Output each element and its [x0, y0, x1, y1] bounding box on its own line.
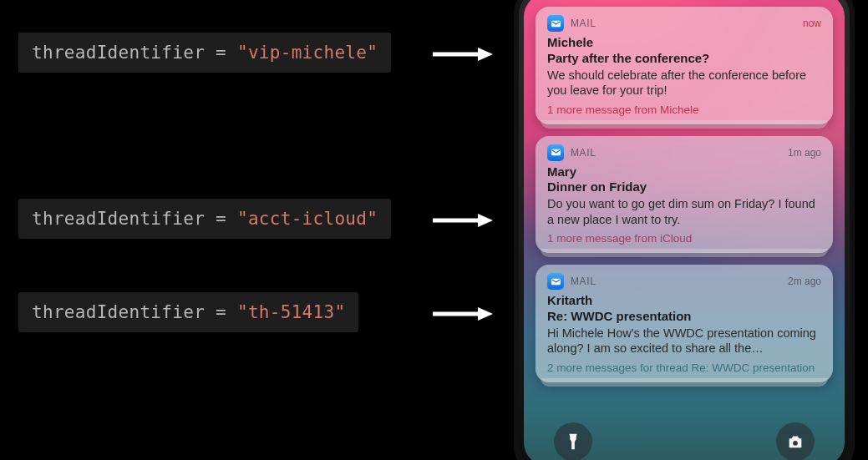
notification-more: 1 more message from iCloud	[547, 232, 821, 245]
app-name-label: MAIL	[571, 18, 596, 29]
app-name-label: MAIL	[571, 275, 596, 287]
app-name-label: MAIL	[571, 147, 596, 159]
notification-body: We should celebrate after the conference…	[547, 68, 821, 99]
notification-time: 2m ago	[788, 275, 821, 287]
code-value: "acct-icloud"	[237, 209, 378, 229]
svg-marker-5	[478, 307, 493, 321]
notification-body: Hi Michele How's the WWDC presentation c…	[547, 326, 821, 356]
arrow-icon	[431, 213, 493, 228]
mail-app-icon	[547, 273, 564, 290]
notification-more: 1 more message from Michele	[547, 104, 821, 116]
code-key: threadIdentifier	[32, 43, 205, 63]
code-key: threadIdentifier	[32, 302, 205, 322]
flashlight-button[interactable]	[554, 422, 592, 460]
notification-card[interactable]: MAIL 2m ago Kritarth Re: WWDC presentati…	[536, 265, 833, 382]
mail-app-icon	[547, 15, 564, 32]
code-row-3: threadIdentifier = "th-51413"	[18, 292, 418, 332]
code-row-2: threadIdentifier = "acct-icloud"	[18, 199, 418, 239]
presentation-slide: threadIdentifier = "vip-michele" threadI…	[0, 0, 868, 460]
notification-card[interactable]: MAIL 1m ago Mary Dinner on Friday Do you…	[536, 136, 833, 254]
notification-time: 1m ago	[788, 147, 821, 159]
notification-card[interactable]: MAIL now Michele Party after the confere…	[536, 7, 833, 124]
svg-point-9	[793, 441, 798, 446]
svg-marker-1	[478, 48, 493, 61]
notification-more: 2 more messages for thread Re: WWDC pres…	[547, 361, 821, 374]
code-row-1: threadIdentifier = "vip-michele"	[18, 33, 418, 73]
notification-list: MAIL now Michele Party after the confere…	[536, 7, 833, 382]
arrow-icon	[431, 306, 493, 321]
notification-sender: Mary	[547, 164, 821, 180]
code-value: "vip-michele"	[237, 43, 378, 63]
notification-body: Do you want to go get dim sum on Friday?…	[547, 196, 821, 227]
phone-frame: MAIL now Michele Party after the confere…	[514, 0, 855, 460]
notification-subject: Party after the conference?	[547, 51, 821, 67]
notification-time: now	[803, 18, 821, 29]
phone-bezel: MAIL now Michele Party after the confere…	[519, 0, 850, 460]
notification-header: MAIL 1m ago	[547, 144, 821, 161]
code-key: threadIdentifier	[32, 209, 205, 229]
notification-sender: Michele	[547, 35, 821, 51]
lockscreen-toolbar	[524, 422, 845, 460]
phone-screen: MAIL now Michele Party after the confere…	[524, 0, 845, 460]
code-op: =	[205, 209, 237, 229]
camera-button[interactable]	[776, 422, 815, 460]
mail-app-icon	[547, 144, 564, 161]
notification-subject: Dinner on Friday	[547, 179, 821, 195]
notification-header: MAIL 2m ago	[547, 273, 821, 290]
code-snippet: threadIdentifier = "th-51413"	[18, 292, 358, 332]
notification-header: MAIL now	[547, 15, 821, 32]
notification-subject: Re: WWDC presentation	[547, 309, 821, 325]
code-value: "th-51413"	[237, 302, 345, 322]
svg-marker-3	[478, 214, 493, 227]
code-snippet: threadIdentifier = "acct-icloud"	[18, 199, 391, 239]
code-op: =	[205, 302, 237, 322]
code-op: =	[205, 43, 237, 63]
arrow-icon	[431, 47, 493, 62]
notification-sender: Kritarth	[547, 293, 821, 309]
code-snippet: threadIdentifier = "vip-michele"	[18, 33, 391, 73]
